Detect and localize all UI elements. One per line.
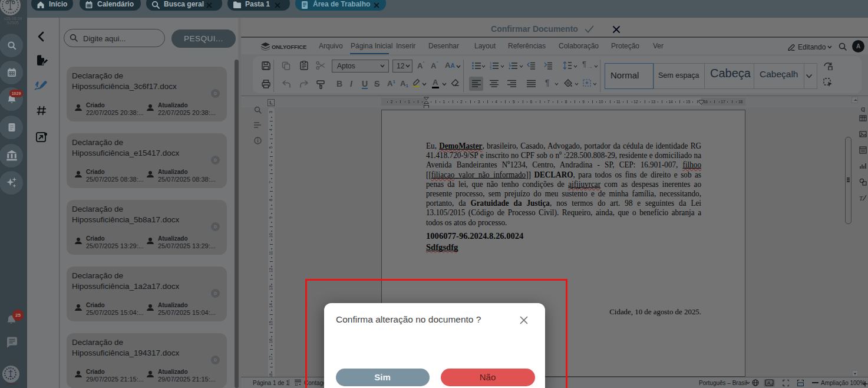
svg-text:3: 3 <box>490 67 491 70</box>
svg-text:T: T <box>859 195 863 202</box>
svg-text:12: 12 <box>295 383 298 386</box>
svg-text:1: 1 <box>509 62 510 65</box>
svg-text:q: q <box>861 104 865 112</box>
